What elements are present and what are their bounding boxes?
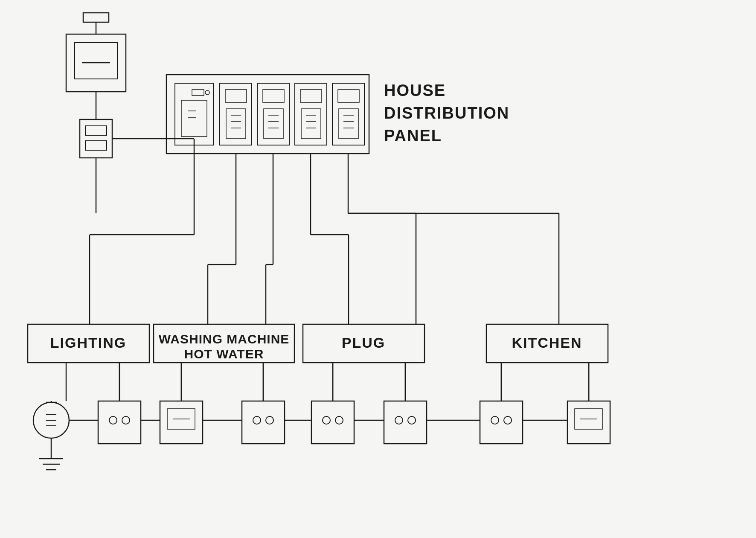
svg-rect-1 (83, 13, 109, 22)
svg-point-87 (122, 416, 130, 424)
svg-rect-36 (338, 90, 359, 102)
plug-label: PLUG (342, 334, 385, 351)
svg-point-94 (253, 416, 261, 424)
svg-rect-30 (300, 90, 322, 102)
svg-rect-97 (311, 401, 354, 444)
svg-point-95 (266, 416, 273, 424)
panel-label-3: PANEL (384, 127, 442, 145)
svg-rect-7 (80, 119, 112, 158)
svg-rect-18 (225, 90, 247, 102)
svg-rect-101 (384, 401, 427, 444)
svg-rect-24 (263, 90, 284, 102)
washing-machine-label: WASHING MACHINE (159, 332, 290, 346)
panel-label-2: DISTRIBUTION (384, 104, 509, 122)
diagram-container: HOUSE DISTRIBUTION PANEL (0, 0, 756, 538)
svg-point-103 (408, 416, 416, 424)
svg-point-102 (395, 416, 403, 424)
svg-rect-19 (226, 109, 246, 139)
svg-rect-93 (242, 401, 285, 444)
svg-rect-4 (75, 43, 117, 79)
svg-rect-105 (480, 401, 523, 444)
svg-rect-85 (98, 401, 141, 444)
svg-point-13 (205, 90, 209, 95)
lighting-label: LIGHTING (50, 334, 126, 351)
svg-rect-31 (301, 109, 321, 139)
svg-rect-8 (85, 126, 107, 135)
svg-point-86 (109, 416, 117, 424)
svg-rect-37 (339, 109, 358, 139)
svg-rect-25 (264, 109, 283, 139)
svg-point-107 (504, 416, 512, 424)
svg-rect-12 (192, 90, 204, 96)
kitchen-label: KITCHEN (512, 334, 582, 351)
svg-rect-9 (85, 141, 107, 150)
svg-rect-14 (181, 100, 207, 137)
svg-point-98 (323, 416, 330, 424)
svg-point-99 (335, 416, 343, 424)
panel-label: HOUSE (384, 81, 446, 99)
svg-point-106 (491, 416, 499, 424)
hot-water-label: HOT WATER (184, 347, 264, 361)
